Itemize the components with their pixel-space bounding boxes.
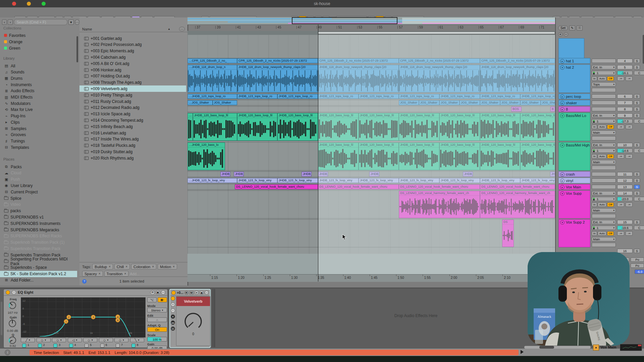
output-select[interactable]: Main▾ [592, 208, 616, 213]
macro-value[interactable]: 0 [176, 332, 210, 336]
file-row[interactable]: +005 A Bit O' Grit.adg [79, 60, 186, 67]
band-2-toggle[interactable] [38, 344, 42, 348]
file-row[interactable]: +013 Icicle Space.adg [79, 111, 186, 117]
save-preset-icon[interactable]: ▣ [156, 290, 160, 295]
file-row[interactable]: +019 Dusky Stutter.adg [79, 148, 186, 155]
input-channel-select[interactable]: 1▾ [592, 226, 616, 230]
unfold-track-icon[interactable]: ▾ [560, 191, 565, 196]
solo-button[interactable]: S [634, 113, 640, 118]
sidebar-item-favorites[interactable]: Favorites [0, 32, 77, 39]
sidebar-item-superknobs-space[interactable]: Superknobs - Space [0, 264, 77, 271]
macro-remove-button[interactable]: − [171, 308, 175, 313]
monitor-in-button[interactable]: In [592, 154, 597, 159]
file-row[interactable]: +017 Inside The Wires.adg [79, 136, 186, 142]
monitor-in-button[interactable]: In [592, 231, 597, 236]
output-select[interactable]: Main▾ [592, 130, 616, 135]
chain-list-icon[interactable]: ▬ [171, 320, 175, 325]
audition-button[interactable]: ⌥ [147, 297, 157, 302]
device-title[interactable]: EQ Eight [18, 290, 33, 294]
input-channel-select[interactable]: 1▾ [592, 148, 616, 153]
sidebar-item-all[interactable]: ▤All [0, 63, 77, 69]
track-number[interactable]: 6 [617, 94, 633, 99]
adapt-q-toggle[interactable]: On [147, 327, 167, 332]
solo-button[interactable]: S [634, 172, 640, 176]
monitor-in-button[interactable]: In [592, 202, 597, 207]
search-input[interactable] [14, 19, 67, 25]
sidebar-item-current-project[interactable]: ⊟Current Project [0, 189, 77, 195]
clip-bass-lo[interactable]: JHDB_120_bass_loop_fil [277, 113, 318, 141]
main-volume[interactable]: -6.0 [635, 269, 644, 274]
monitor-auto-button[interactable]: Auto [598, 154, 606, 159]
file-row[interactable]: +008 Through The Ages.adg [79, 79, 186, 86]
track-title[interactable]: ▾hat 2 [558, 64, 590, 93]
clip-perc-loop[interactable]: JHDB_123_tops_loop_ro [277, 94, 318, 99]
macro-variation-icon[interactable]: ● [171, 314, 175, 319]
browser-forward-button[interactable]: › [8, 19, 12, 25]
tag-chip[interactable]: Spacey× [82, 271, 103, 277]
file-row[interactable]: +004 Cabchain.adg [79, 54, 186, 60]
tag-remove-icon[interactable]: × [152, 265, 154, 268]
partial-track-block[interactable] [558, 38, 584, 58]
browser-back-button[interactable]: ‹ [2, 19, 7, 25]
sidebar-item-packs[interactable]: ⧉Packs [0, 164, 77, 170]
tag-chip[interactable]: Buildup× [92, 264, 113, 269]
file-row[interactable]: +011 Rusty Circuit.adg [79, 98, 186, 105]
sidebar-item-superknobs-megaracks[interactable]: SUPERKNOBS Megaracks [0, 227, 77, 233]
pan-field[interactable]: C [634, 119, 644, 123]
pan-field[interactable]: C [634, 226, 644, 230]
clip-vinyl[interactable]: JHDB_123_fx_loop_viny [237, 178, 277, 183]
sidebar-item-splice[interactable]: Splice [0, 195, 77, 201]
send-b-field[interactable]: -∞ [626, 76, 633, 81]
tag-remove-icon[interactable]: × [173, 265, 175, 268]
collections-header[interactable]: Collections [3, 26, 21, 30]
fold-track-icon[interactable]: ▸ [560, 101, 565, 105]
file-row[interactable]: +016 Leviathan.adg [79, 130, 186, 136]
clip-shaker[interactable]: …JOS_Shaker [187, 100, 213, 105]
solo-button[interactable]: S [634, 107, 640, 111]
file-row[interactable]: +009 Velvetverb.adg [79, 85, 186, 92]
clip-perc-loop[interactable]: JHDB_123_tops_loop_ro [237, 94, 277, 99]
sidebar-item-video[interactable]: Video [0, 201, 77, 208]
send-b-field[interactable]: -∞ [626, 202, 633, 207]
clip-bass-lo[interactable]: JHDB_120_bass_loop_fil [193, 113, 237, 141]
band-2-filter-select[interactable]: ◇▾ [37, 338, 51, 342]
sidebar-item-sk-suite-extension-pack-v1-2[interactable]: SK - Suite Extension Pack v1.2 [0, 271, 77, 277]
sidebar-item-user-library[interactable]: ◉User Library [0, 182, 77, 189]
solo-button[interactable]: S [634, 101, 640, 105]
file-row[interactable]: +001 Garbler.adg [79, 35, 186, 42]
tag-chip[interactable]: Motion× [158, 264, 177, 269]
rack-map-button[interactable]: M [190, 291, 194, 295]
edit-ab-switch[interactable]: A [147, 317, 167, 322]
track-number[interactable]: 13 [617, 185, 633, 189]
send-a-field[interactable]: -∞ [617, 231, 624, 236]
devices-view-icon[interactable]: ▤ [171, 326, 175, 331]
track-title[interactable]: ▸vinyl [558, 178, 590, 183]
file-list-header[interactable]: Name ▲ ⋯ [79, 26, 187, 32]
monitor-auto-button[interactable]: Auto [598, 76, 606, 81]
macro-add-button[interactable]: + [171, 302, 175, 307]
track-number[interactable]: 16 [617, 249, 633, 253]
solo-button[interactable]: S [634, 65, 640, 69]
sidebar-item-templates[interactable]: ⊟Templates [0, 144, 77, 150]
file-row[interactable]: +006 Honker.adg [79, 67, 186, 73]
unfold-track-icon[interactable]: ▾ [560, 143, 565, 147]
device-fold-icon[interactable]: ↑ [12, 290, 16, 295]
send-b-field[interactable]: -∞ [626, 231, 633, 236]
macro-knob[interactable] [183, 312, 203, 332]
track-title[interactable]: ▸perc loop [558, 94, 590, 99]
band-8-toggle[interactable] [131, 344, 136, 348]
track-title[interactable]: ▸8 BOS_KVDI2_1 [558, 106, 590, 112]
sidebar-item-grooves[interactable]: ≈Grooves [0, 132, 77, 138]
clip-bass-lo[interactable]: JHDB_120_bass_loop_fil [237, 113, 277, 141]
tag-chip[interactable]: Transition× [104, 271, 129, 277]
extra-box[interactable] [592, 136, 616, 140]
sidebar-item-drums[interactable]: ▦Drums [0, 75, 77, 81]
monitor-off-button[interactable]: Off [607, 202, 614, 207]
band-3-toggle[interactable] [53, 344, 57, 348]
band-6-filter-select[interactable]: ◇▾ [99, 338, 113, 342]
unfold-track-icon[interactable]: ▾ [560, 65, 565, 70]
monitor-auto-button[interactable]: Auto [598, 202, 606, 207]
track-title[interactable]: ▾Bass/Mel High [558, 142, 590, 171]
tag-remove-icon[interactable]: × [109, 265, 111, 268]
sidebar-item-sounds[interactable]: ♫Sounds [0, 69, 77, 75]
